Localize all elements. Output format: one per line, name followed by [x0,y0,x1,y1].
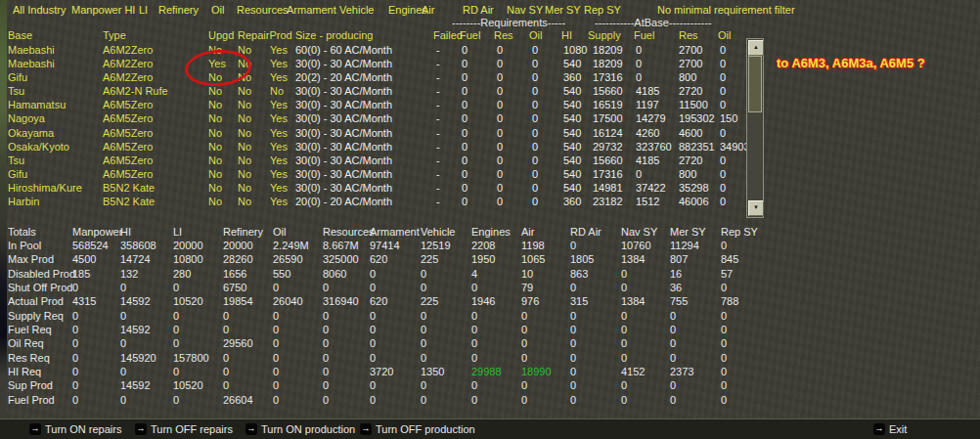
menu-item-rd-air[interactable]: RD Air [463,4,494,16]
cell-aircraft-type[interactable]: A6M5Zero [103,168,153,180]
scrollbar-down-button[interactable]: ▼ [748,200,764,216]
menu-item-rep-sy[interactable]: Rep SY [584,4,621,16]
totals-value-nav-sy: 0 [621,324,627,335]
cell-base-name[interactable]: Nagoya [8,112,45,124]
cell-production-toggle[interactable]: Yes [270,58,288,69]
cell-production-toggle[interactable]: Yes [270,154,288,166]
totals-row: Disabled Prod 185 132 280 1656 550 8060 … [0,268,782,282]
cell-repair-toggle[interactable]: No [238,127,251,139]
scrollbar-thumb[interactable] [748,56,762,112]
cell-req-res: 0 [497,44,503,56]
cell-supply: 17316 [593,71,623,83]
cell-repair-toggle[interactable]: No [238,154,251,166]
cell-upgrade-toggle[interactable]: No [208,127,222,139]
menu-item-nav-sy[interactable]: Nav SY [507,4,543,16]
cell-repair-toggle[interactable]: No [238,85,251,97]
totals-row: Shut Off Prod 0 0 0 6750 0 0 0 0 0 79 0 … [0,282,782,295]
cell-base-name[interactable]: Okayama [8,127,54,139]
menu-item-refinery[interactable]: Refinery [158,4,199,16]
cell-aircraft-type[interactable]: A6M5Zero [103,112,153,124]
menu-item-li[interactable]: LI [139,4,148,16]
menu-item-manpower-hi[interactable]: Manpower HI [71,4,135,16]
totals-value-li: 0 [173,337,179,349]
totals-value-rep-sy: 0 [721,282,727,293]
cell-upgrade-toggle[interactable]: No [208,141,222,153]
cell-aircraft-type[interactable]: A6M5Zero [103,154,153,166]
table-row: Maebashi A6M2Zero Yes No Yes 30(0) - 30 … [0,58,773,71]
totals-value-armament: 97414 [370,240,400,251]
menu-item-oil[interactable]: Oil [211,4,224,16]
cell-aircraft-type[interactable]: B5N2 Kate [103,196,155,207]
button-label: Exit [889,423,907,435]
cell-production-toggle[interactable]: Yes [270,196,288,207]
menu-item-vehicle[interactable]: Vehicle [339,4,374,16]
cell-base-name[interactable]: Maebashi [8,44,55,56]
totals-value-manpower: 0 [72,310,78,322]
cell-repair-toggle[interactable]: No [238,182,251,194]
cell-repair-toggle[interactable]: No [238,168,251,180]
cell-production-toggle[interactable]: Yes [270,71,288,83]
cell-atbase-fuel: 1512 [636,196,659,207]
totals-value-vehicle: 225 [421,253,438,265]
totals-value-manpower: 0 [72,337,78,349]
cell-repair-toggle[interactable]: No [238,99,251,110]
cell-req-oil: 0 [532,141,538,153]
cell-upgrade-toggle[interactable]: No [208,99,222,110]
totals-value-rd-air: 315 [570,295,588,307]
cell-production-toggle[interactable]: Yes [270,44,288,56]
menu-item-air-selected[interactable]: Air [422,4,434,16]
cell-repair-toggle[interactable]: No [238,196,251,207]
cell-upgrade-toggle[interactable]: No [208,168,222,180]
totals-value-vehicle: 0 [421,394,426,406]
cell-repair-toggle[interactable]: No [238,112,251,124]
totals-value-oil: 0 [273,310,279,322]
cell-upgrade-toggle[interactable]: No [208,196,222,207]
cell-upgrade-toggle[interactable]: No [208,154,222,166]
cell-base-name[interactable]: Hiroshima/Kure [8,182,82,194]
cell-base-name[interactable]: Tsu [8,154,24,166]
cell-repair-toggle[interactable]: No [238,141,251,153]
cell-upgrade-toggle[interactable]: No [208,182,222,194]
cell-aircraft-type[interactable]: A6M2Zero [103,44,153,56]
menu-item-armament[interactable]: Armament [287,4,336,16]
cell-aircraft-type[interactable]: A6M2Zero [103,71,153,83]
cell-base-name[interactable]: Osaka/Kyoto [8,141,69,153]
cell-req-fuel: 0 [462,99,468,110]
cell-base-name[interactable]: Hamamatsu [8,99,66,110]
cell-base-name[interactable]: Tsu [8,85,24,97]
cell-base-name[interactable]: Gifu [8,168,27,180]
menu-item-all-industry[interactable]: All Industry [13,4,66,16]
cell-production-toggle[interactable]: Yes [270,182,288,194]
cell-production-toggle[interactable]: Yes [270,141,288,153]
cell-aircraft-type[interactable]: A6M2Zero [103,58,153,69]
totals-value-air: 1198 [521,240,545,251]
cell-aircraft-type[interactable]: A6M5Zero [103,99,153,110]
totals-value-armament: 0 [370,324,376,335]
cell-production-toggle[interactable]: Yes [270,99,288,110]
cell-atbase-oil: 0 [720,168,726,180]
totals-value-resources: 325000 [323,253,359,265]
cell-production-toggle[interactable]: No [270,85,284,97]
cell-base-name[interactable]: Gifu [8,71,27,83]
cell-aircraft-type[interactable]: A6M2-N Rufe [103,85,168,97]
cell-aircraft-type[interactable]: B5N2 Kate [103,182,155,194]
menu-item-resources[interactable]: Resources [237,4,289,16]
cell-upgrade-toggle[interactable]: No [208,85,222,97]
cell-production-toggle[interactable]: Yes [270,168,288,180]
cell-supply: 29732 [593,141,623,153]
cell-base-name[interactable]: Maebashi [8,58,55,69]
cell-atbase-res: 800 [679,71,696,83]
list-scrollbar[interactable]: ▲ ▼ [746,38,764,218]
minimal-requirement-filter-toggle[interactable]: No minimal requirement filter [657,4,795,16]
cell-aircraft-type[interactable]: A6M5Zero [103,127,153,139]
cell-upgrade-toggle[interactable]: No [208,112,222,124]
cell-aircraft-type[interactable]: A6M5Zero [103,141,153,153]
cell-production-toggle[interactable]: Yes [270,112,288,124]
cell-base-name[interactable]: Harbin [8,196,39,207]
cell-production-toggle[interactable]: Yes [270,127,288,139]
menu-item-mer-sy[interactable]: Mer SY [545,4,581,16]
cell-hi: 540 [563,58,581,69]
cell-req-fuel: 0 [462,71,468,83]
totals-row: Oil Req 0 0 0 29560 0 0 0 0 0 0 0 0 0 0 [0,337,782,351]
scrollbar-up-button[interactable]: ▲ [748,40,764,56]
